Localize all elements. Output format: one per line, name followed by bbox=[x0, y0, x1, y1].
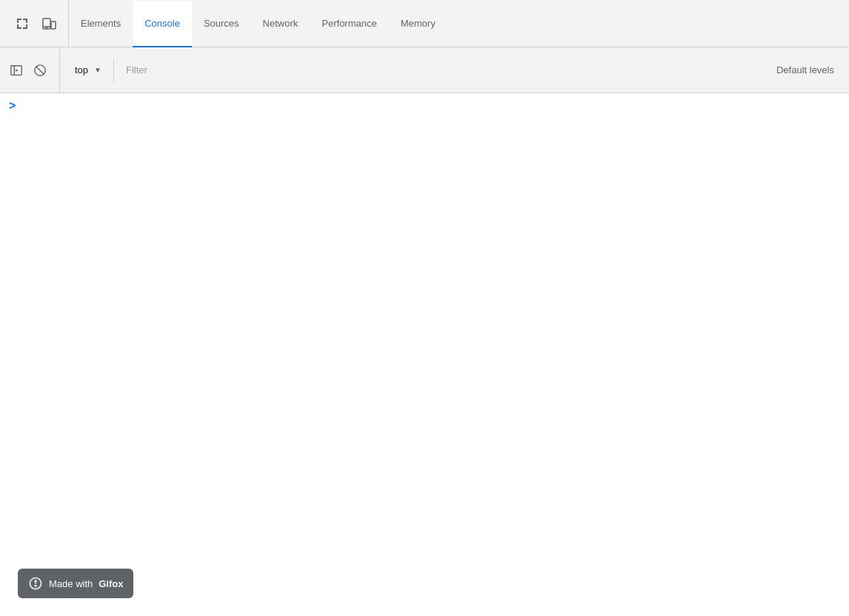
tab-network[interactable]: Network bbox=[251, 1, 310, 47]
filter-input[interactable] bbox=[126, 64, 759, 76]
console-prompt-row: > bbox=[0, 93, 849, 118]
clear-console-button[interactable] bbox=[30, 60, 50, 81]
gifox-made-with-text: Made with bbox=[49, 578, 93, 589]
svg-marker-6 bbox=[16, 69, 19, 72]
inspect-element-icon bbox=[15, 16, 30, 31]
inspect-element-button[interactable] bbox=[9, 10, 36, 37]
gifox-brand-text: Gifox bbox=[99, 578, 123, 589]
tab-console[interactable]: Console bbox=[133, 1, 192, 47]
chevron-down-icon: ▼ bbox=[94, 66, 101, 74]
svg-rect-1 bbox=[51, 21, 56, 29]
clear-console-icon bbox=[33, 64, 47, 77]
devtools-toolbar: Elements Console Sources Network Perform… bbox=[0, 0, 849, 47]
context-selector-text: top bbox=[75, 64, 88, 76]
svg-line-8 bbox=[36, 66, 44, 74]
tabs-container: Elements Console Sources Network Perform… bbox=[69, 0, 846, 47]
device-toolbar-button[interactable] bbox=[36, 10, 62, 37]
tab-memory[interactable]: Memory bbox=[389, 1, 447, 47]
console-toolbar-left bbox=[6, 47, 60, 93]
gifox-logo-icon bbox=[28, 576, 43, 591]
show-sidebar-icon bbox=[10, 64, 23, 77]
default-levels-button[interactable]: Default levels bbox=[768, 64, 843, 76]
tab-sources[interactable]: Sources bbox=[192, 1, 251, 47]
tab-elements[interactable]: Elements bbox=[69, 1, 133, 47]
gifox-badge[interactable]: Made with Gifox bbox=[18, 569, 133, 598]
console-main: > bbox=[0, 93, 849, 580]
device-toolbar-icon bbox=[41, 16, 56, 31]
tab-performance[interactable]: Performance bbox=[310, 1, 388, 47]
filter-section bbox=[117, 64, 768, 76]
toolbar-icon-group bbox=[3, 0, 69, 47]
context-selector[interactable]: top ▼ bbox=[66, 61, 110, 78]
console-toolbar: top ▼ Default levels bbox=[0, 47, 849, 93]
prompt-chevron-icon[interactable]: > bbox=[9, 99, 16, 113]
toolbar-divider bbox=[113, 58, 114, 82]
show-sidebar-button[interactable] bbox=[6, 60, 27, 81]
